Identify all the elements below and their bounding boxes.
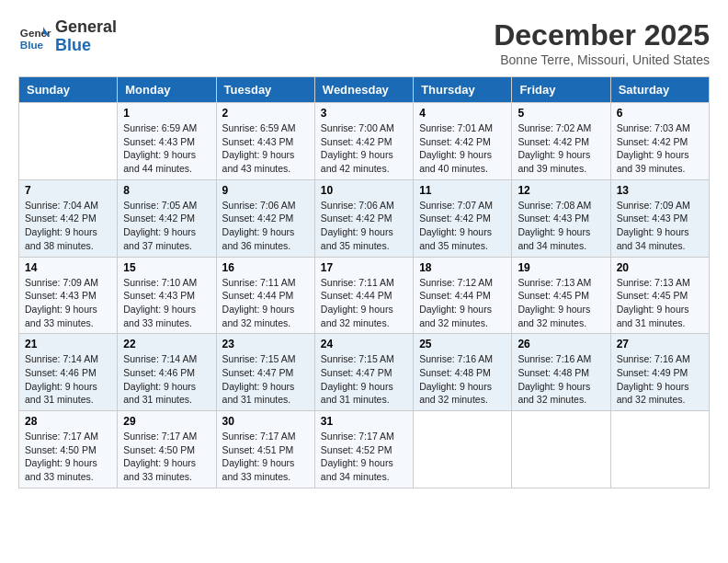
day-info: Sunrise: 7:11 AM Sunset: 4:44 PM Dayligh…	[321, 276, 407, 330]
day-number: 4	[419, 107, 506, 120]
day-info: Sunrise: 7:01 AM Sunset: 4:42 PM Dayligh…	[419, 121, 506, 176]
day-number: 9	[222, 184, 309, 197]
calendar-cell	[414, 411, 512, 488]
calendar-cell: 11Sunrise: 7:07 AM Sunset: 4:42 PM Dayli…	[414, 179, 512, 257]
day-number: 23	[222, 338, 309, 350]
day-info: Sunrise: 7:06 AM Sunset: 4:42 PM Dayligh…	[222, 199, 309, 253]
calendar-cell	[19, 103, 118, 180]
day-info: Sunrise: 7:14 AM Sunset: 4:46 PM Dayligh…	[123, 352, 210, 407]
day-info: Sunrise: 7:11 AM Sunset: 4:44 PM Dayligh…	[222, 276, 309, 330]
calendar-cell: 6Sunrise: 7:03 AM Sunset: 4:42 PM Daylig…	[610, 103, 709, 180]
calendar-cell: 19Sunrise: 7:13 AM Sunset: 4:45 PM Dayli…	[512, 257, 610, 334]
day-info: Sunrise: 7:07 AM Sunset: 4:42 PM Dayligh…	[419, 199, 506, 253]
day-info: Sunrise: 7:15 AM Sunset: 4:47 PM Dayligh…	[321, 352, 407, 407]
day-info: Sunrise: 7:17 AM Sunset: 4:50 PM Dayligh…	[123, 430, 210, 484]
calendar-cell: 24Sunrise: 7:15 AM Sunset: 4:47 PM Dayli…	[314, 334, 413, 411]
calendar-cell: 16Sunrise: 7:11 AM Sunset: 4:44 PM Dayli…	[216, 257, 314, 334]
day-number: 12	[518, 184, 604, 197]
day-info: Sunrise: 7:04 AM Sunset: 4:42 PM Dayligh…	[25, 199, 111, 253]
day-number: 7	[25, 184, 111, 197]
day-info: Sunrise: 7:17 AM Sunset: 4:52 PM Dayligh…	[321, 430, 407, 484]
day-info: Sunrise: 7:08 AM Sunset: 4:43 PM Dayligh…	[518, 199, 604, 253]
calendar-cell: 13Sunrise: 7:09 AM Sunset: 4:43 PM Dayli…	[610, 179, 709, 257]
calendar-cell: 9Sunrise: 7:06 AM Sunset: 4:42 PM Daylig…	[216, 179, 314, 257]
weekday-header-sunday: Sunday	[19, 77, 118, 103]
weekday-header-tuesday: Tuesday	[216, 77, 314, 103]
calendar-cell: 22Sunrise: 7:14 AM Sunset: 4:46 PM Dayli…	[118, 334, 216, 411]
calendar-cell: 12Sunrise: 7:08 AM Sunset: 4:43 PM Dayli…	[512, 179, 610, 257]
day-number: 15	[123, 261, 210, 274]
calendar-cell: 5Sunrise: 7:02 AM Sunset: 4:42 PM Daylig…	[512, 103, 610, 180]
calendar-cell: 30Sunrise: 7:17 AM Sunset: 4:51 PM Dayli…	[216, 411, 314, 488]
calendar-cell: 21Sunrise: 7:14 AM Sunset: 4:46 PM Dayli…	[19, 334, 118, 411]
day-info: Sunrise: 7:10 AM Sunset: 4:43 PM Dayligh…	[123, 276, 210, 330]
calendar-cell: 29Sunrise: 7:17 AM Sunset: 4:50 PM Dayli…	[118, 411, 216, 488]
calendar-cell: 26Sunrise: 7:16 AM Sunset: 4:48 PM Dayli…	[512, 334, 610, 411]
day-number: 29	[123, 415, 210, 428]
calendar-cell: 28Sunrise: 7:17 AM Sunset: 4:50 PM Dayli…	[19, 411, 118, 488]
day-info: Sunrise: 7:15 AM Sunset: 4:47 PM Dayligh…	[222, 352, 309, 407]
day-info: Sunrise: 7:17 AM Sunset: 4:51 PM Dayligh…	[222, 430, 309, 484]
day-number: 20	[617, 261, 703, 274]
day-number: 3	[321, 107, 407, 120]
day-number: 14	[25, 261, 111, 274]
day-info: Sunrise: 7:14 AM Sunset: 4:46 PM Dayligh…	[25, 352, 111, 407]
day-number: 25	[419, 338, 506, 350]
logo-text: GeneralBlue	[55, 18, 117, 55]
calendar-cell: 2Sunrise: 6:59 AM Sunset: 4:43 PM Daylig…	[216, 103, 314, 180]
day-number: 17	[321, 261, 407, 274]
day-number: 27	[617, 338, 703, 350]
svg-text:Blue: Blue	[20, 38, 44, 50]
day-info: Sunrise: 7:16 AM Sunset: 4:49 PM Dayligh…	[617, 352, 703, 407]
day-number: 24	[321, 338, 407, 350]
day-info: Sunrise: 7:09 AM Sunset: 4:43 PM Dayligh…	[617, 199, 703, 253]
day-info: Sunrise: 7:17 AM Sunset: 4:50 PM Dayligh…	[25, 430, 111, 484]
calendar-cell: 27Sunrise: 7:16 AM Sunset: 4:49 PM Dayli…	[610, 334, 709, 411]
day-number: 22	[123, 338, 210, 350]
day-info: Sunrise: 7:16 AM Sunset: 4:48 PM Dayligh…	[419, 352, 506, 407]
day-info: Sunrise: 7:00 AM Sunset: 4:42 PM Dayligh…	[321, 121, 407, 176]
weekday-header-saturday: Saturday	[610, 77, 709, 103]
calendar-cell: 18Sunrise: 7:12 AM Sunset: 4:44 PM Dayli…	[414, 257, 512, 334]
day-number: 28	[25, 415, 111, 428]
calendar-cell: 1Sunrise: 6:59 AM Sunset: 4:43 PM Daylig…	[118, 103, 216, 180]
location: Bonne Terre, Missouri, United States	[494, 52, 710, 67]
calendar-table: SundayMondayTuesdayWednesdayThursdayFrid…	[18, 76, 710, 488]
day-info: Sunrise: 7:03 AM Sunset: 4:42 PM Dayligh…	[617, 121, 703, 176]
day-info: Sunrise: 7:02 AM Sunset: 4:42 PM Dayligh…	[518, 121, 604, 176]
calendar-cell: 23Sunrise: 7:15 AM Sunset: 4:47 PM Dayli…	[216, 334, 314, 411]
day-number: 1	[123, 107, 210, 120]
day-info: Sunrise: 7:05 AM Sunset: 4:42 PM Dayligh…	[123, 199, 210, 253]
day-number: 26	[518, 338, 604, 350]
weekday-header-thursday: Thursday	[414, 77, 512, 103]
day-number: 5	[518, 107, 604, 120]
day-number: 13	[617, 184, 703, 197]
day-number: 11	[419, 184, 506, 197]
day-info: Sunrise: 7:13 AM Sunset: 4:45 PM Dayligh…	[617, 276, 703, 330]
calendar-cell: 31Sunrise: 7:17 AM Sunset: 4:52 PM Dayli…	[314, 411, 413, 488]
calendar-cell	[512, 411, 610, 488]
calendar-cell: 3Sunrise: 7:00 AM Sunset: 4:42 PM Daylig…	[314, 103, 413, 180]
day-number: 31	[321, 415, 407, 428]
day-number: 6	[617, 107, 703, 120]
day-number: 8	[123, 184, 210, 197]
calendar-cell: 14Sunrise: 7:09 AM Sunset: 4:43 PM Dayli…	[19, 257, 118, 334]
day-info: Sunrise: 6:59 AM Sunset: 4:43 PM Dayligh…	[222, 121, 309, 176]
calendar-cell: 15Sunrise: 7:10 AM Sunset: 4:43 PM Dayli…	[118, 257, 216, 334]
day-number: 10	[321, 184, 407, 197]
weekday-header-friday: Friday	[512, 77, 610, 103]
calendar-cell: 20Sunrise: 7:13 AM Sunset: 4:45 PM Dayli…	[610, 257, 709, 334]
day-number: 21	[25, 338, 111, 350]
calendar-cell: 8Sunrise: 7:05 AM Sunset: 4:42 PM Daylig…	[118, 179, 216, 257]
title-section: December 2025 Bonne Terre, Missouri, Uni…	[494, 18, 710, 67]
day-number: 30	[222, 415, 309, 428]
day-info: Sunrise: 7:09 AM Sunset: 4:43 PM Dayligh…	[25, 276, 111, 330]
weekday-header-monday: Monday	[118, 77, 216, 103]
page-header: General Blue GeneralBlue December 2025 B…	[18, 18, 710, 67]
day-number: 2	[222, 107, 309, 120]
day-info: Sunrise: 7:16 AM Sunset: 4:48 PM Dayligh…	[518, 352, 604, 407]
month-title: December 2025	[494, 18, 710, 52]
calendar-cell	[610, 411, 709, 488]
day-number: 16	[222, 261, 309, 274]
weekday-header-wednesday: Wednesday	[314, 77, 413, 103]
